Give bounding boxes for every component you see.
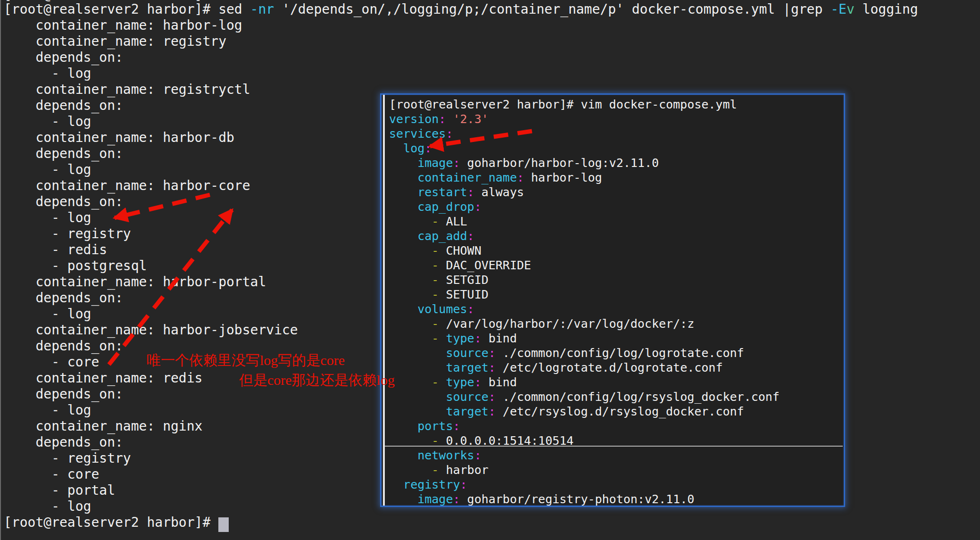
terminal-line: version: '2.3' (389, 112, 844, 126)
terminal-line: container_name: harbor-log (389, 170, 844, 185)
vim-terminal-window[interactable]: [root@realserver2 harbor]# vim docker-co… (380, 93, 845, 507)
terminal-line: cap_drop: (389, 199, 844, 214)
terminal-line: source: ./common/config/log/logrotate.co… (389, 346, 844, 360)
terminal-line: cap_add: (389, 229, 844, 243)
vim-yaml-content: [root@realserver2 harbor]# vim docker-co… (382, 95, 844, 506)
terminal-line: - ALL (389, 214, 844, 229)
cursor-block (218, 517, 229, 532)
chinese-note-line2: 但是core那边还是依赖log (239, 371, 395, 389)
chinese-note-line1: 唯一个依赖里没写log写的是core (147, 351, 345, 369)
terminal-screenshot: [root@realserver2 harbor]# [root@realser… (0, 0, 980, 540)
terminal-line: registry: (389, 477, 844, 492)
shell-prompt-line[interactable]: [root@realserver2 harbor]# (4, 515, 229, 531)
terminal-line: services: (389, 126, 844, 141)
terminal-line: target: /etc/logrotate.d/logrotate.conf (389, 360, 844, 375)
terminal-line: - SETUID (389, 287, 844, 302)
terminal-line: depends_on: (4, 50, 918, 66)
terminal-line: - DAC_OVERRIDE (389, 258, 844, 273)
terminal-line: ports: (389, 419, 844, 433)
terminal-line: - CHOWN (389, 243, 844, 258)
terminal-line: [root@realserver2 harbor]# vim docker-co… (389, 97, 844, 112)
terminal-line: container_name: harbor-log (4, 17, 918, 33)
terminal-line: image: goharbor/harbor-log:v2.11.0 (389, 156, 844, 170)
terminal-line: - log (4, 66, 918, 82)
terminal-line: - SETGID (389, 273, 844, 287)
terminal-line: - harbor (389, 463, 844, 477)
terminal-line: - /var/log/harbor/:/var/log/docker/:z (389, 316, 844, 331)
horizontal-divider-line (385, 446, 843, 447)
terminal-line: source: ./common/config/log/rsyslog_dock… (389, 390, 844, 404)
terminal-line: target: /etc/rsyslog.d/rsyslog_docker.co… (389, 404, 844, 419)
terminal-line: networks: (389, 448, 844, 463)
left-edge-line (0, 0, 1, 540)
prompt-text: [root@realserver2 harbor]# (4, 515, 218, 530)
terminal-line: - type: bind (389, 331, 844, 346)
terminal-line: restart: always (389, 185, 844, 199)
terminal-line: image: goharbor/registry-photon:v2.11.0 (389, 492, 844, 506)
terminal-line: volumes: (389, 302, 844, 316)
terminal-line: - type: bind (389, 375, 844, 390)
terminal-line: [root@realserver2 harbor]# sed -nr '/dep… (4, 1, 918, 17)
terminal-line: log: (389, 141, 844, 156)
terminal-line: container_name: registry (4, 33, 918, 50)
